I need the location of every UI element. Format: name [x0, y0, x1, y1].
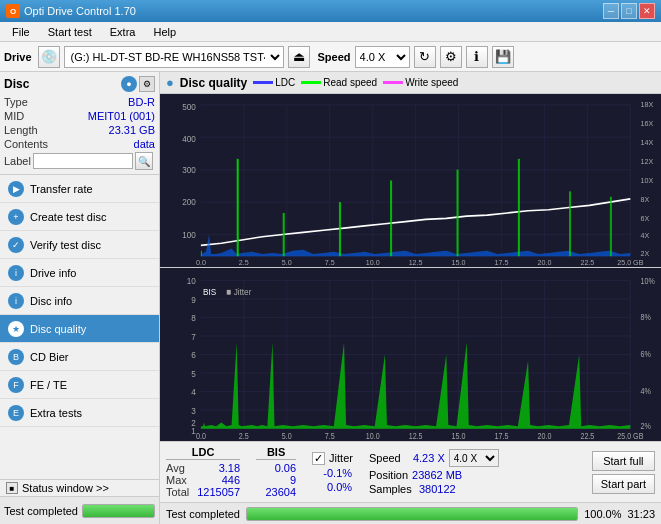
- drive-select[interactable]: (G:) HL-DT-ST BD-RE WH16NS58 TST4: [64, 46, 284, 68]
- nav-create-test-disc[interactable]: + Create test disc: [0, 203, 159, 231]
- nav-disc-info[interactable]: i Disc info: [0, 287, 159, 315]
- nav-icon-verify-test-disc: ✓: [8, 237, 24, 253]
- start-full-button[interactable]: Start full: [592, 451, 655, 471]
- svg-marker-25: [569, 191, 571, 256]
- menu-start-test[interactable]: Start test: [40, 24, 100, 40]
- svg-text:6: 6: [191, 349, 196, 360]
- legend-ldc-color: [253, 81, 273, 84]
- top-chart-svg: 500 400 300 200 100 18X 16X 14X 12X 10X …: [160, 94, 661, 267]
- svg-text:4%: 4%: [641, 386, 651, 396]
- svg-text:5.0: 5.0: [282, 258, 292, 267]
- nav-disc-quality[interactable]: ★ Disc quality: [0, 315, 159, 343]
- minimize-button[interactable]: ─: [603, 3, 619, 19]
- svg-text:18X: 18X: [641, 100, 654, 109]
- svg-text:20.0: 20.0: [537, 258, 551, 267]
- nav-label-create-test-disc: Create test disc: [30, 211, 106, 223]
- svg-text:25.0 GB: 25.0 GB: [617, 258, 643, 267]
- bis-max-row: 9: [256, 474, 296, 486]
- nav-label-disc-info: Disc info: [30, 295, 72, 307]
- svg-text:7.5: 7.5: [325, 258, 335, 267]
- avg-label: Avg: [166, 462, 185, 474]
- toolbar: Drive 💿 (G:) HL-DT-ST BD-RE WH16NS58 TST…: [0, 42, 661, 72]
- nav-icon-fe-te: F: [8, 377, 24, 393]
- disc-mid-value: MEIT01 (001): [88, 110, 155, 122]
- ldc-avg-value: 3.18: [200, 462, 240, 474]
- svg-text:7.5: 7.5: [325, 431, 335, 441]
- close-button[interactable]: ✕: [639, 3, 655, 19]
- eject-button[interactable]: ⏏: [288, 46, 310, 68]
- nav-fe-te[interactable]: F FE / TE: [0, 371, 159, 399]
- menu-help[interactable]: Help: [145, 24, 184, 40]
- menu-extra[interactable]: Extra: [102, 24, 144, 40]
- menu-file[interactable]: File: [4, 24, 38, 40]
- speed-label: Speed: [318, 51, 351, 63]
- speed-select[interactable]: 4.0 X: [355, 46, 410, 68]
- disc-label-input[interactable]: [33, 153, 133, 169]
- max-label: Max: [166, 474, 187, 486]
- svg-text:■ Jitter: ■ Jitter: [226, 286, 251, 297]
- svg-text:10X: 10X: [641, 175, 654, 184]
- bottom-status-bar: Test completed 100.0% 31:23: [160, 502, 661, 524]
- speed-label: Speed: [369, 452, 401, 464]
- progress-bar-fill: [83, 505, 154, 517]
- nav-icon-drive-info: i: [8, 265, 24, 281]
- legend-ldc-label: LDC: [275, 77, 295, 88]
- bis-total-row: 23604: [256, 486, 296, 498]
- disc-type-label: Type: [4, 96, 28, 108]
- nav-label-disc-quality: Disc quality: [30, 323, 86, 335]
- nav-icon-disc-info: i: [8, 293, 24, 309]
- svg-marker-23: [457, 170, 459, 257]
- bis-header: BIS: [256, 446, 296, 460]
- drive-icon-button[interactable]: 💿: [38, 46, 60, 68]
- maximize-button[interactable]: □: [621, 3, 637, 19]
- jitter-avg-value: -0.1%: [312, 467, 352, 479]
- svg-text:7: 7: [191, 331, 196, 342]
- nav-icon-transfer-rate: ▶: [8, 181, 24, 197]
- bis-max-value: 9: [256, 474, 296, 486]
- status-window-label: Status window >>: [22, 482, 109, 494]
- legend-read: Read speed: [301, 77, 377, 88]
- chart-title: Disc quality: [180, 76, 247, 90]
- info-button[interactable]: ℹ: [466, 46, 488, 68]
- status-window-button[interactable]: ■ Status window >>: [0, 479, 159, 496]
- svg-text:10: 10: [187, 275, 196, 286]
- nav-cd-bier[interactable]: B CD Bier: [0, 343, 159, 371]
- speed-dropdown[interactable]: 4.0 X: [449, 449, 499, 467]
- svg-text:2.5: 2.5: [239, 258, 249, 267]
- svg-text:2.5: 2.5: [239, 431, 249, 441]
- nav-drive-info[interactable]: i Drive info: [0, 259, 159, 287]
- refresh-button[interactable]: ↻: [414, 46, 436, 68]
- svg-text:9: 9: [191, 294, 196, 305]
- speed-position-section: Speed 4.23 X 4.0 X Position 23862 MB Sam…: [369, 449, 499, 495]
- start-part-button[interactable]: Start part: [592, 474, 655, 494]
- jitter-label: Jitter: [329, 452, 353, 464]
- time-label: 31:23: [627, 508, 655, 520]
- jitter-checkbox[interactable]: ✓: [312, 452, 325, 465]
- stats-panel: LDC Avg 3.18 Max 446 Total 1215057: [160, 441, 661, 502]
- nav-transfer-rate[interactable]: ▶ Transfer rate: [0, 175, 159, 203]
- disc-mid-label: MID: [4, 110, 24, 122]
- disc-mid-row: MID MEIT01 (001): [4, 110, 155, 122]
- ldc-max-value: 446: [200, 474, 240, 486]
- svg-text:2%: 2%: [641, 421, 651, 431]
- svg-text:3: 3: [191, 405, 196, 416]
- settings-button[interactable]: ⚙: [440, 46, 462, 68]
- svg-text:100: 100: [182, 230, 196, 240]
- sidebar-status-bar: Test completed: [0, 496, 159, 524]
- nav-verify-test-disc[interactable]: ✓ Verify test disc: [0, 231, 159, 259]
- disc-settings-icon[interactable]: ⚙: [139, 76, 155, 92]
- bottom-status-text: Test completed: [166, 508, 240, 520]
- sidebar: Disc ● ⚙ Type BD-R MID MEIT01 (001) Leng…: [0, 72, 160, 524]
- ldc-bis-stats: LDC Avg 3.18 Max 446 Total 1215057: [166, 446, 296, 498]
- save-button[interactable]: 💾: [492, 46, 514, 68]
- ldc-col: LDC Avg 3.18 Max 446 Total 1215057: [166, 446, 240, 498]
- position-value: 23862 MB: [412, 469, 462, 481]
- speed-value: 4.23 X: [405, 452, 445, 464]
- ldc-total-row: Total 1215057: [166, 486, 240, 498]
- disc-type-row: Type BD-R: [4, 96, 155, 108]
- svg-text:6X: 6X: [641, 213, 650, 222]
- nav-extra-tests[interactable]: E Extra tests: [0, 399, 159, 427]
- svg-text:15.0: 15.0: [452, 258, 466, 267]
- svg-text:15.0: 15.0: [452, 431, 466, 441]
- disc-label-button[interactable]: 🔍: [135, 152, 153, 170]
